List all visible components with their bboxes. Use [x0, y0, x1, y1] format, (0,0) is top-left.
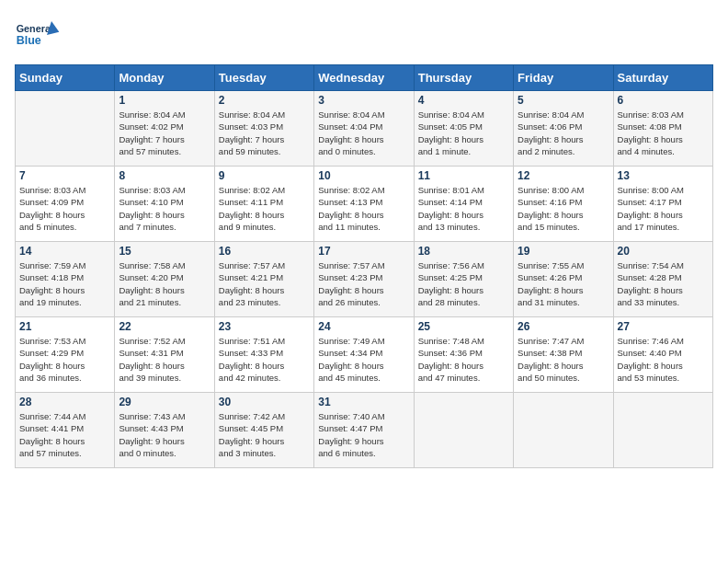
- calendar-cell: 2Sunrise: 8:04 AMSunset: 4:03 PMDaylight…: [214, 91, 313, 167]
- day-info: Sunrise: 7:53 AMSunset: 4:29 PMDaylight:…: [19, 335, 110, 384]
- calendar-cell: 17Sunrise: 7:57 AMSunset: 4:23 PMDayligh…: [314, 242, 414, 317]
- day-info: Sunrise: 7:57 AMSunset: 4:23 PMDaylight:…: [318, 259, 409, 308]
- day-info: Sunrise: 7:58 AMSunset: 4:20 PMDaylight:…: [119, 259, 210, 308]
- calendar-cell: 19Sunrise: 7:55 AMSunset: 4:26 PMDayligh…: [514, 242, 613, 317]
- calendar-cell: 4Sunrise: 8:04 AMSunset: 4:05 PMDaylight…: [414, 91, 513, 167]
- day-info: Sunrise: 7:40 AMSunset: 4:47 PMDaylight:…: [318, 410, 409, 459]
- day-number: 1: [119, 94, 210, 107]
- calendar-cell: 5Sunrise: 8:04 AMSunset: 4:06 PMDaylight…: [514, 91, 613, 167]
- day-info: Sunrise: 8:03 AMSunset: 4:10 PMDaylight:…: [119, 184, 210, 233]
- day-number: 4: [418, 94, 509, 107]
- day-number: 10: [318, 169, 409, 182]
- day-number: 14: [19, 245, 110, 258]
- column-header-friday: Friday: [514, 65, 613, 91]
- day-info: Sunrise: 7:46 AMSunset: 4:40 PMDaylight:…: [618, 335, 709, 384]
- calendar-cell: 18Sunrise: 7:56 AMSunset: 4:25 PMDayligh…: [414, 242, 513, 317]
- day-info: Sunrise: 7:56 AMSunset: 4:25 PMDaylight:…: [418, 259, 509, 308]
- svg-text:Blue: Blue: [17, 34, 41, 47]
- day-info: Sunrise: 7:43 AMSunset: 4:43 PMDaylight:…: [119, 410, 210, 459]
- day-info: Sunrise: 7:47 AMSunset: 4:38 PMDaylight:…: [518, 335, 609, 384]
- day-number: 15: [119, 245, 210, 258]
- calendar-cell: [514, 393, 613, 468]
- calendar-cell: [613, 393, 712, 468]
- calendar-week-4: 21Sunrise: 7:53 AMSunset: 4:29 PMDayligh…: [16, 317, 713, 393]
- day-info: Sunrise: 8:04 AMSunset: 4:03 PMDaylight:…: [219, 109, 310, 157]
- day-info: Sunrise: 8:01 AMSunset: 4:14 PMDaylight:…: [418, 184, 509, 233]
- calendar-cell: 7Sunrise: 8:03 AMSunset: 4:09 PMDaylight…: [16, 167, 115, 242]
- calendar-table: SundayMondayTuesdayWednesdayThursdayFrid…: [15, 64, 713, 468]
- calendar-cell: [414, 393, 513, 468]
- column-header-monday: Monday: [115, 65, 214, 91]
- calendar-cell: 29Sunrise: 7:43 AMSunset: 4:43 PMDayligh…: [115, 393, 214, 468]
- column-header-tuesday: Tuesday: [214, 65, 313, 91]
- day-info: Sunrise: 7:48 AMSunset: 4:36 PMDaylight:…: [418, 335, 509, 384]
- day-number: 29: [119, 396, 210, 408]
- day-info: Sunrise: 7:59 AMSunset: 4:18 PMDaylight:…: [19, 259, 110, 308]
- calendar-cell: 8Sunrise: 8:03 AMSunset: 4:10 PMDaylight…: [115, 167, 214, 242]
- day-info: Sunrise: 7:57 AMSunset: 4:21 PMDaylight:…: [219, 259, 310, 308]
- calendar-cell: 22Sunrise: 7:52 AMSunset: 4:31 PMDayligh…: [115, 317, 214, 393]
- day-number: 21: [19, 320, 110, 333]
- calendar-cell: 30Sunrise: 7:42 AMSunset: 4:45 PMDayligh…: [214, 393, 313, 468]
- day-number: 8: [119, 169, 210, 182]
- calendar-cell: 16Sunrise: 7:57 AMSunset: 4:21 PMDayligh…: [214, 242, 313, 317]
- day-number: 5: [518, 94, 609, 107]
- day-number: 31: [318, 396, 409, 408]
- calendar-header: SundayMondayTuesdayWednesdayThursdayFrid…: [16, 65, 713, 91]
- day-info: Sunrise: 7:51 AMSunset: 4:33 PMDaylight:…: [219, 335, 310, 384]
- calendar-cell: 31Sunrise: 7:40 AMSunset: 4:47 PMDayligh…: [314, 393, 414, 468]
- calendar-cell: [16, 91, 115, 167]
- calendar-week-5: 28Sunrise: 7:44 AMSunset: 4:41 PMDayligh…: [16, 393, 713, 468]
- calendar-cell: 9Sunrise: 8:02 AMSunset: 4:11 PMDaylight…: [214, 167, 313, 242]
- calendar-cell: 15Sunrise: 7:58 AMSunset: 4:20 PMDayligh…: [115, 242, 214, 317]
- day-info: Sunrise: 7:52 AMSunset: 4:31 PMDaylight:…: [119, 335, 210, 384]
- calendar-cell: 23Sunrise: 7:51 AMSunset: 4:33 PMDayligh…: [214, 317, 313, 393]
- calendar-cell: 6Sunrise: 8:03 AMSunset: 4:08 PMDaylight…: [613, 91, 712, 167]
- calendar-cell: 1Sunrise: 8:04 AMSunset: 4:02 PMDaylight…: [115, 91, 214, 167]
- day-number: 24: [318, 320, 409, 333]
- day-info: Sunrise: 8:00 AMSunset: 4:16 PMDaylight:…: [518, 184, 609, 233]
- day-number: 7: [19, 169, 110, 182]
- calendar-week-1: 1Sunrise: 8:04 AMSunset: 4:02 PMDaylight…: [16, 91, 713, 167]
- day-number: 25: [418, 320, 509, 333]
- day-info: Sunrise: 8:00 AMSunset: 4:17 PMDaylight:…: [618, 184, 709, 233]
- calendar-cell: 12Sunrise: 8:00 AMSunset: 4:16 PMDayligh…: [514, 167, 613, 242]
- day-number: 20: [618, 245, 709, 258]
- page-header: General Blue: [15, 15, 713, 55]
- day-number: 2: [219, 94, 310, 107]
- calendar-cell: 20Sunrise: 7:54 AMSunset: 4:28 PMDayligh…: [613, 242, 712, 317]
- day-info: Sunrise: 7:42 AMSunset: 4:45 PMDaylight:…: [219, 410, 310, 459]
- calendar-cell: 14Sunrise: 7:59 AMSunset: 4:18 PMDayligh…: [16, 242, 115, 317]
- day-info: Sunrise: 7:49 AMSunset: 4:34 PMDaylight:…: [318, 335, 409, 384]
- calendar-week-3: 14Sunrise: 7:59 AMSunset: 4:18 PMDayligh…: [16, 242, 713, 317]
- calendar-cell: 27Sunrise: 7:46 AMSunset: 4:40 PMDayligh…: [613, 317, 712, 393]
- svg-text:General: General: [17, 23, 53, 34]
- day-number: 28: [19, 396, 110, 408]
- calendar-week-2: 7Sunrise: 8:03 AMSunset: 4:09 PMDaylight…: [16, 167, 713, 242]
- calendar-cell: 13Sunrise: 8:00 AMSunset: 4:17 PMDayligh…: [613, 167, 712, 242]
- column-header-wednesday: Wednesday: [314, 65, 414, 91]
- day-info: Sunrise: 8:02 AMSunset: 4:11 PMDaylight:…: [219, 184, 310, 233]
- day-info: Sunrise: 8:03 AMSunset: 4:09 PMDaylight:…: [19, 184, 110, 233]
- day-info: Sunrise: 8:04 AMSunset: 4:04 PMDaylight:…: [318, 109, 409, 157]
- day-number: 19: [518, 245, 609, 258]
- day-number: 6: [618, 94, 709, 107]
- day-number: 9: [219, 169, 310, 182]
- calendar-cell: 3Sunrise: 8:04 AMSunset: 4:04 PMDaylight…: [314, 91, 414, 167]
- day-info: Sunrise: 8:03 AMSunset: 4:08 PMDaylight:…: [618, 109, 709, 157]
- calendar-cell: 21Sunrise: 7:53 AMSunset: 4:29 PMDayligh…: [16, 317, 115, 393]
- day-number: 17: [318, 245, 409, 258]
- calendar-cell: 10Sunrise: 8:02 AMSunset: 4:13 PMDayligh…: [314, 167, 414, 242]
- day-number: 22: [119, 320, 210, 333]
- calendar-cell: 25Sunrise: 7:48 AMSunset: 4:36 PMDayligh…: [414, 317, 513, 393]
- day-number: 30: [219, 396, 310, 408]
- logo-svg: General Blue: [15, 15, 61, 55]
- logo: General Blue: [15, 15, 61, 55]
- day-info: Sunrise: 8:04 AMSunset: 4:06 PMDaylight:…: [518, 109, 609, 157]
- column-header-saturday: Saturday: [613, 65, 712, 91]
- day-number: 11: [418, 169, 509, 182]
- day-number: 13: [618, 169, 709, 182]
- day-number: 3: [318, 94, 409, 107]
- day-info: Sunrise: 7:54 AMSunset: 4:28 PMDaylight:…: [618, 259, 709, 308]
- day-info: Sunrise: 8:04 AMSunset: 4:02 PMDaylight:…: [119, 109, 210, 157]
